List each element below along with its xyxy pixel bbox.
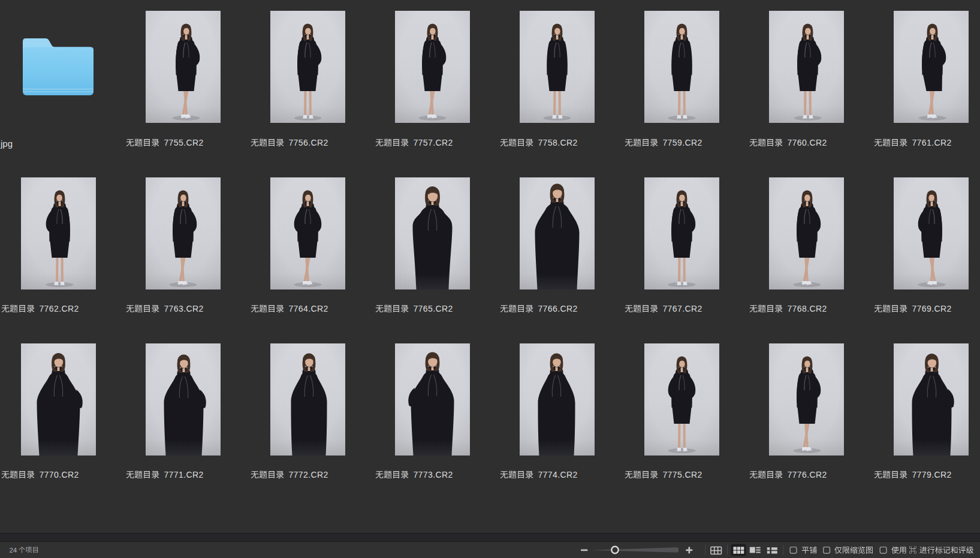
svg-text:jpg: jpg: [0, 138, 13, 149]
svg-text:7767.CR2: 7767.CR2: [662, 304, 702, 313]
svg-text:7774.CR2: 7774.CR2: [538, 470, 577, 479]
svg-text:7760.CR2: 7760.CR2: [787, 138, 827, 147]
svg-text:7770.CR2: 7770.CR2: [39, 470, 79, 479]
svg-text:7762.CR2: 7762.CR2: [39, 304, 79, 313]
svg-text:7757.CR2: 7757.CR2: [413, 138, 453, 147]
svg-text:7766.CR2: 7766.CR2: [538, 304, 577, 313]
svg-text:7779.CR2: 7779.CR2: [912, 470, 951, 479]
svg-text:7761.CR2: 7761.CR2: [912, 138, 951, 147]
svg-text:7775.CR2: 7775.CR2: [662, 470, 702, 479]
svg-text:7773.CR2: 7773.CR2: [413, 470, 453, 479]
svg-text:7769.CR2: 7769.CR2: [912, 304, 951, 313]
svg-text:7771.CR2: 7771.CR2: [164, 470, 203, 479]
svg-text:7758.CR2: 7758.CR2: [538, 138, 577, 147]
svg-text:7776.CR2: 7776.CR2: [787, 470, 827, 479]
svg-text:7764.CR2: 7764.CR2: [288, 304, 328, 313]
svg-text:7759.CR2: 7759.CR2: [662, 138, 702, 147]
svg-text:24: 24: [9, 547, 17, 554]
svg-text:7755.CR2: 7755.CR2: [164, 138, 203, 147]
svg-text:7765.CR2: 7765.CR2: [413, 304, 453, 313]
svg-text:7763.CR2: 7763.CR2: [164, 304, 203, 313]
svg-text:7756.CR2: 7756.CR2: [288, 138, 328, 147]
svg-text:7768.CR2: 7768.CR2: [787, 304, 827, 313]
svg-text:7772.CR2: 7772.CR2: [288, 470, 328, 479]
